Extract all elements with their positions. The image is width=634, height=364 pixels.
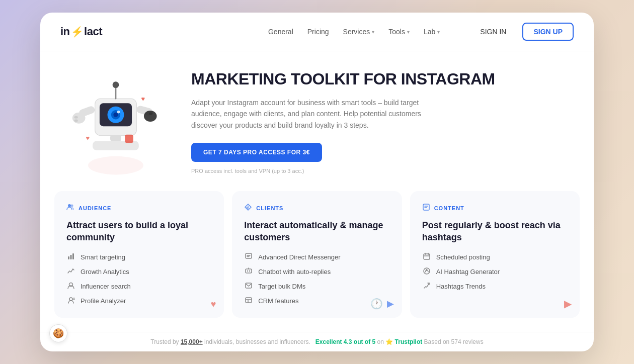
- svg-rect-41: [246, 298, 252, 303]
- list-item: Growth Analytics: [66, 267, 212, 277]
- hero-content: MARKETING TOOLKIT FOR INSTAGRAM Adapt yo…: [191, 69, 574, 174]
- logo-suffix: lact: [84, 25, 102, 38]
- svg-rect-25: [72, 253, 74, 259]
- audience-tag-icon: [66, 203, 74, 213]
- content-decoration: ▶: [564, 298, 572, 310]
- list-item-label: Growth Analytics: [81, 268, 129, 276]
- list-item-label: Profile Analyzer: [81, 297, 126, 305]
- svg-rect-13: [74, 120, 78, 122]
- list-item-label: Advanced Direct Messenger: [258, 253, 340, 261]
- clock-icon: 🕐: [370, 298, 383, 310]
- audience-decoration: ♥: [211, 299, 216, 310]
- feature-tag-audience: AUDIENCE: [66, 203, 212, 213]
- nav-item-lab[interactable]: Lab ▾: [424, 28, 440, 36]
- list-item-label: Influencer search: [81, 283, 131, 290]
- heart-icon: ♥: [211, 299, 216, 309]
- svg-point-27: [69, 298, 72, 301]
- bulk-dm-icon: [244, 282, 253, 291]
- logo: in ⚡ lact: [60, 25, 102, 38]
- svg-point-52: [426, 269, 427, 270]
- list-item-label: Smart targeting: [81, 253, 125, 261]
- svg-point-15: [144, 111, 157, 122]
- on-text: on ⭐: [377, 338, 395, 345]
- list-item: Scheduled posting: [422, 252, 568, 262]
- list-item-label: Target bulk DMs: [258, 283, 305, 290]
- nav-item-services[interactable]: Services ▾: [343, 28, 375, 36]
- nav-item-pricing[interactable]: Pricing: [307, 28, 329, 36]
- footer-bar: Trusted by 15,000+ individuals, business…: [40, 332, 594, 351]
- svg-rect-8: [110, 136, 121, 141]
- clients-feature-title: Interact automatically & manage customer…: [244, 220, 389, 243]
- hashtag-gen-icon: [422, 267, 431, 277]
- svg-point-11: [72, 113, 86, 124]
- trusted-text: Trusted by: [150, 338, 179, 345]
- svg-rect-36: [246, 269, 252, 273]
- targeting-icon: [66, 252, 75, 262]
- audience-feature-title: Attract users to build a loyal community: [66, 220, 212, 243]
- svg-rect-33: [246, 253, 252, 258]
- nav-actions: SIGN IN SIGN UP: [470, 23, 574, 41]
- hashtag-trends-icon: [422, 282, 431, 291]
- list-item: Chatbot with auto-replies: [244, 267, 389, 277]
- list-item-label: Chatbot with auto-replies: [258, 268, 331, 276]
- main-card: in ⚡ lact General Pricing Services ▾ Too…: [40, 13, 594, 351]
- features-section: AUDIENCE Attract users to build a loyal …: [40, 187, 594, 332]
- svg-text:♥: ♥: [141, 95, 145, 103]
- arrow-icon: ▶: [387, 298, 394, 309]
- list-item: CRM features: [244, 296, 389, 306]
- chevron-down-icon: ▾: [372, 29, 374, 35]
- feature-card-content: CONTENT Post regularly & boost reach via…: [410, 191, 580, 318]
- cookie-button[interactable]: 🍪: [49, 324, 67, 342]
- clients-tag-icon: [244, 203, 252, 213]
- svg-point-22: [71, 205, 73, 207]
- messenger-icon: [244, 252, 253, 262]
- list-item: Influencer search: [66, 282, 212, 291]
- list-item: AI Hashtag Generator: [422, 267, 568, 277]
- list-item-label: AI Hashtag Generator: [436, 268, 500, 276]
- scheduled-icon: [422, 252, 431, 262]
- feature-tag-content: CONTENT: [422, 203, 568, 213]
- nav-item-general[interactable]: General: [268, 28, 293, 36]
- svg-rect-20: [125, 135, 133, 143]
- svg-point-19: [88, 156, 143, 175]
- influencer-icon: [66, 282, 75, 291]
- cta-button[interactable]: GET 7 DAYS PRO ACCESS FOR 3€: [191, 143, 322, 162]
- svg-point-4: [113, 113, 118, 117]
- svg-point-21: [68, 204, 71, 207]
- list-item-label: Hashtags Trends: [436, 283, 486, 290]
- clients-tag-label: CLIENTS: [256, 205, 283, 211]
- crm-icon: [244, 296, 253, 306]
- svg-rect-23: [68, 256, 69, 259]
- logo-text: in: [60, 25, 70, 38]
- clients-feature-list: Advanced Direct Messenger Chatbot with a…: [244, 252, 389, 306]
- rating-text: Excellent 4.3 out of 5: [315, 338, 375, 345]
- play-icon: ▶: [564, 298, 572, 309]
- list-item-label: Scheduled posting: [436, 253, 490, 261]
- reviews-count: Based on 574 reviews: [424, 338, 484, 345]
- svg-rect-44: [423, 204, 429, 210]
- trusted-suffix-text: individuals, businesses and influencers.: [204, 338, 310, 345]
- hero-description: Adapt your Instagram account for busines…: [191, 97, 433, 131]
- content-tag-icon: [422, 203, 430, 213]
- signup-button[interactable]: SIGN UP: [522, 23, 574, 41]
- svg-point-38: [249, 270, 250, 271]
- trusted-link[interactable]: 15,000+: [181, 338, 203, 345]
- list-item: Target bulk DMs: [244, 282, 389, 291]
- svg-rect-12: [74, 116, 78, 119]
- content-feature-title: Post regularly & boost reach via hashtag…: [422, 220, 568, 243]
- content-feature-list: Scheduled posting AI Hashtag Generator H…: [422, 252, 568, 291]
- cta-note: PRO access incl. tools and VPN (up to 3 …: [191, 168, 574, 174]
- cookie-icon: 🍪: [53, 328, 64, 339]
- audience-tag-label: AUDIENCE: [78, 205, 111, 211]
- signin-button[interactable]: SIGN IN: [470, 23, 516, 41]
- nav-item-tools[interactable]: Tools ▾: [388, 28, 410, 36]
- svg-rect-16: [149, 113, 152, 115]
- svg-rect-24: [70, 255, 72, 259]
- feature-tag-clients: CLIENTS: [244, 203, 389, 213]
- analytics-icon: [66, 267, 75, 277]
- feature-card-audience: AUDIENCE Attract users to build a loyal …: [54, 191, 224, 318]
- list-item: Smart targeting: [66, 252, 212, 262]
- list-item: Profile Analyzer: [66, 296, 212, 306]
- profile-icon: [66, 296, 75, 306]
- trustpilot-label: Trustpilot: [395, 338, 423, 345]
